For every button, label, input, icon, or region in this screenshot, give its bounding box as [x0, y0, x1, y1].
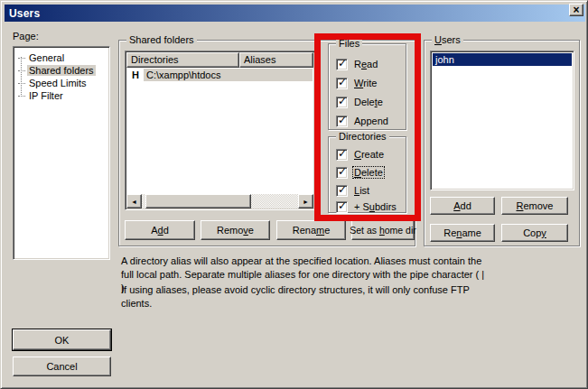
home-marker: H	[132, 69, 139, 80]
users-dialog: Users × Page: General Shared folders Spe…	[0, 0, 588, 389]
folder-rename-button[interactable]: Rename	[276, 220, 346, 240]
user-add-button[interactable]: Add	[430, 197, 495, 215]
check-icon: ✓	[338, 95, 347, 107]
directories-list: Directories Aliases H C:\xampp\htdocs ◄ …	[125, 51, 315, 210]
tree-line	[18, 96, 25, 97]
scroll-left-icon: ◄	[131, 199, 137, 205]
files-group: Files ✓ Read ✓ Write ✓ Delete ✓ Append	[328, 43, 406, 130]
titlebar[interactable]: Users	[5, 5, 585, 22]
folder-add-button[interactable]: Add	[125, 220, 195, 240]
create-checkbox-row: ✓ Create	[336, 148, 385, 161]
tree-line	[18, 83, 25, 84]
directory-path: C:\xampp\htdocs	[144, 69, 313, 81]
dir-delete-checkbox-row: ✓ Delete	[336, 166, 384, 179]
close-button[interactable]: ×	[569, 4, 583, 16]
shared-folders-group-title: Shared folders	[126, 34, 197, 45]
scroll-right-button[interactable]: ►	[298, 194, 313, 208]
tree-line	[18, 58, 25, 59]
check-icon: ✓	[338, 199, 347, 212]
horizontal-scrollbar[interactable]: ◄ ►	[126, 194, 313, 208]
user-rename-button[interactable]: Rename	[430, 224, 495, 242]
cancel-button[interactable]: Cancel	[13, 357, 111, 376]
check-icon: ✓	[338, 57, 347, 69]
scroll-left-button[interactable]: ◄	[126, 194, 142, 208]
window-title: Users	[5, 7, 40, 20]
create-checkbox[interactable]: ✓	[336, 149, 348, 161]
page-item-ip-filter[interactable]: IP Filter	[15, 89, 107, 102]
check-icon: ✓	[338, 147, 347, 160]
page-tree: General Shared folders Speed Limits IP F…	[13, 46, 110, 260]
scrollbar-thumb[interactable]	[145, 194, 251, 208]
users-group-title: Users	[432, 34, 463, 45]
tree-line	[18, 70, 25, 71]
cyclic-warning-text: If using aliases, please avoid cyclic di…	[121, 283, 486, 310]
dir-delete-checkbox[interactable]: ✓	[336, 167, 348, 179]
page-label: Page:	[13, 31, 39, 42]
user-row-john[interactable]: john	[433, 53, 572, 66]
check-icon: ✓	[338, 183, 347, 196]
users-list: john	[430, 51, 574, 190]
page-item-shared-folders[interactable]: Shared folders	[15, 64, 107, 77]
user-copy-button[interactable]: Copy	[501, 224, 568, 242]
file-delete-checkbox-row: ✓ Delete	[336, 96, 384, 108]
read-checkbox[interactable]: ✓	[336, 59, 348, 70]
ok-button[interactable]: OK	[13, 329, 111, 350]
list-checkbox[interactable]: ✓	[336, 185, 348, 197]
directories-group-title: Directories	[336, 131, 389, 142]
check-icon: ✓	[338, 165, 347, 178]
file-delete-checkbox[interactable]: ✓	[336, 97, 348, 108]
append-checkbox[interactable]: ✓	[336, 116, 348, 127]
directories-perm-group: Directories ✓ Create ✓ Delete ✓ List ✓ +…	[328, 136, 406, 213]
scroll-right-icon: ►	[303, 199, 309, 205]
close-icon: ×	[573, 5, 579, 14]
directory-row[interactable]: H C:\xampp\htdocs	[127, 69, 313, 81]
write-checkbox-row: ✓ Write	[336, 77, 378, 89]
user-remove-button[interactable]: Remove	[501, 197, 568, 215]
page-item-speed-limits[interactable]: Speed Limits	[15, 77, 107, 89]
check-icon: ✓	[338, 76, 347, 88]
check-icon: ✓	[338, 114, 347, 126]
list-checkbox-row: ✓ List	[336, 184, 370, 197]
write-checkbox[interactable]: ✓	[336, 78, 348, 89]
files-group-title: Files	[336, 38, 362, 49]
subdirs-checkbox-row: ✓ + Subdirs	[336, 200, 397, 213]
column-header-aliases[interactable]: Aliases	[239, 52, 313, 68]
page-item-general[interactable]: General	[15, 51, 107, 64]
read-checkbox-row: ✓ Read	[336, 58, 378, 70]
column-header-directories[interactable]: Directories	[126, 52, 239, 68]
append-checkbox-row: ✓ Append	[336, 115, 389, 127]
folder-remove-button[interactable]: Remove	[201, 220, 270, 240]
set-as-home-dir-button[interactable]: Set as home dir	[351, 220, 415, 240]
subdirs-checkbox[interactable]: ✓	[336, 201, 348, 213]
